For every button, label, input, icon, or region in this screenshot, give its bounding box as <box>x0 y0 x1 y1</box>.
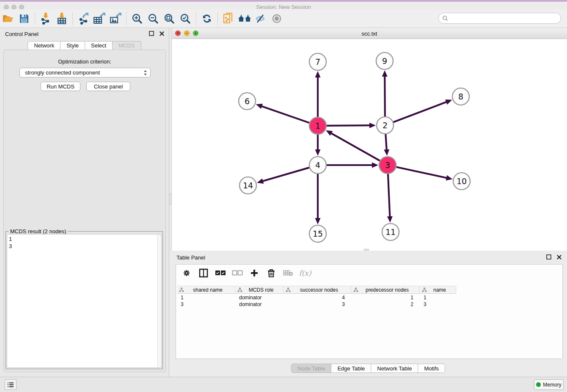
tab-network[interactable]: Network <box>28 41 61 50</box>
search-input[interactable] <box>448 14 561 22</box>
table-row[interactable]: 3dominator323 <box>177 301 456 308</box>
cell-name[interactable]: 1 <box>420 294 456 301</box>
node-table-container: f(x) shared nameMCDS rolesuccessor nodes… <box>176 264 563 359</box>
node-label: 10 <box>457 177 467 186</box>
edge-arrowhead <box>382 70 388 77</box>
zoom-selected-icon[interactable] <box>177 11 193 26</box>
graph-node-4[interactable]: 4 <box>309 157 326 174</box>
export-table-icon[interactable] <box>91 11 107 26</box>
export-image-icon[interactable] <box>107 11 124 26</box>
graph-node-10[interactable]: 10 <box>453 173 470 190</box>
graph-node-1[interactable]: 1 <box>309 117 326 134</box>
tab-node-table[interactable]: Node Table <box>291 364 332 373</box>
tab-motifs[interactable]: Motifs <box>418 364 445 373</box>
cell-shared-name[interactable]: 1 <box>177 294 235 301</box>
column-header-predecessor-nodes[interactable]: predecessor nodes <box>351 286 420 293</box>
close-panel-button[interactable]: Close panel <box>86 82 130 91</box>
toolbar-separator <box>217 12 218 25</box>
bird-eye-view-icon[interactable] <box>269 11 285 26</box>
show-column-icon[interactable] <box>198 268 209 279</box>
close-table-panel-icon[interactable] <box>556 254 562 260</box>
export-network-icon[interactable] <box>75 11 91 26</box>
graph-node-15[interactable]: 15 <box>309 225 326 242</box>
graph-node-11[interactable]: 11 <box>382 224 399 240</box>
cell-predecessor-nodes[interactable]: 1 <box>351 294 420 301</box>
run-mcds-button[interactable]: Run MCDS <box>41 82 80 91</box>
edge-3-1[interactable] <box>330 133 380 161</box>
node-label: 3 <box>385 160 390 170</box>
zoom-in-icon[interactable] <box>129 11 145 26</box>
node-label: 11 <box>385 227 396 237</box>
tab-network-table[interactable]: Network Table <box>371 364 418 373</box>
zoom-fit-icon[interactable] <box>161 11 177 26</box>
column-settings-icon[interactable] <box>181 268 192 279</box>
cell-MCDS-role[interactable]: dominator <box>235 301 284 308</box>
graph-node-7[interactable]: 7 <box>309 53 326 70</box>
graph-node-14[interactable]: 14 <box>239 177 256 194</box>
tab-style[interactable]: Style <box>61 41 85 50</box>
new-network-from-selection-icon[interactable] <box>220 11 237 26</box>
table-tabs: Node TableEdge TableNetwork TableMotifs <box>169 364 567 373</box>
cell-predecessor-nodes[interactable]: 2 <box>351 301 420 308</box>
result-scrollbar[interactable] <box>157 235 161 367</box>
network-graph[interactable]: 7968124314101511 <box>172 39 567 251</box>
tab-mcds[interactable]: MCDS <box>113 41 141 50</box>
edge-1-2[interactable] <box>327 125 371 126</box>
toolbar-separator <box>126 12 127 25</box>
edge-2-3[interactable] <box>385 134 386 151</box>
tab-select[interactable]: Select <box>85 41 113 50</box>
column-header-name[interactable]: name <box>420 286 456 293</box>
memory-button[interactable]: Memory <box>534 379 564 390</box>
graph-node-9[interactable]: 9 <box>376 52 393 69</box>
graph-node-6[interactable]: 6 <box>239 93 256 110</box>
network-canvas[interactable]: 7968124314101511 <box>172 39 567 251</box>
vertical-splitter-handle[interactable] <box>169 193 172 204</box>
import-network-icon[interactable] <box>38 11 54 26</box>
edge-2-8[interactable] <box>394 102 448 122</box>
select-all-icon[interactable] <box>215 268 226 279</box>
edge-2-9[interactable] <box>385 75 385 116</box>
column-type-icon <box>237 287 242 292</box>
cell-shared-name[interactable]: 3 <box>177 301 235 308</box>
graph-node-8[interactable]: 8 <box>452 88 469 105</box>
save-session-icon[interactable] <box>16 11 32 26</box>
graph-node-3[interactable]: 3 <box>379 157 396 174</box>
node-label: 9 <box>382 56 387 66</box>
open-file-icon[interactable] <box>0 11 16 26</box>
edge-4-14[interactable] <box>262 168 309 182</box>
zoom-out-icon[interactable] <box>145 11 161 26</box>
network-window-titlebar[interactable]: × − + scc.txt <box>172 28 567 39</box>
cell-MCDS-role[interactable]: dominator <box>235 294 284 301</box>
criterion-select[interactable]: strongly connected component <box>19 68 151 77</box>
close-panel-icon[interactable] <box>159 30 165 36</box>
cell-name[interactable]: 3 <box>420 301 456 308</box>
table-panel: Table Panel <box>169 251 567 377</box>
float-table-panel-icon[interactable] <box>546 254 552 260</box>
apply-layout-icon[interactable] <box>199 11 215 26</box>
delete-table-icon[interactable] <box>283 268 294 279</box>
column-header-MCDS-role[interactable]: MCDS role <box>235 286 284 293</box>
add-row-icon[interactable] <box>249 268 260 279</box>
show-hide-panels-icon[interactable] <box>237 11 253 26</box>
import-table-icon[interactable] <box>54 11 70 26</box>
deselect-all-icon[interactable] <box>232 268 243 279</box>
task-history-button[interactable] <box>5 379 17 390</box>
edge-arrowhead <box>369 123 376 128</box>
edge-3-10[interactable] <box>396 167 448 178</box>
tab-edge-table[interactable]: Edge Table <box>331 364 371 373</box>
edge-3-11[interactable] <box>388 174 390 218</box>
show-hide-graphics-details-icon[interactable] <box>253 11 269 26</box>
cell-successor-nodes[interactable]: 3 <box>284 301 351 308</box>
column-header-successor-nodes[interactable]: successor nodes <box>284 286 351 293</box>
table-row[interactable]: 1dominator411 <box>177 294 456 301</box>
float-panel-icon[interactable] <box>149 30 154 36</box>
cell-successor-nodes[interactable]: 4 <box>284 294 351 301</box>
mcds-result-area[interactable]: 1 3 <box>7 234 162 368</box>
search-box[interactable] <box>438 13 561 24</box>
delete-row-icon[interactable] <box>266 268 277 279</box>
graph-node-2[interactable]: 2 <box>377 117 394 134</box>
edge-1-6[interactable] <box>261 106 309 123</box>
memory-status-icon <box>536 382 541 387</box>
column-header-shared-name[interactable]: shared name <box>177 286 235 293</box>
status-bar: Memory <box>0 377 567 392</box>
